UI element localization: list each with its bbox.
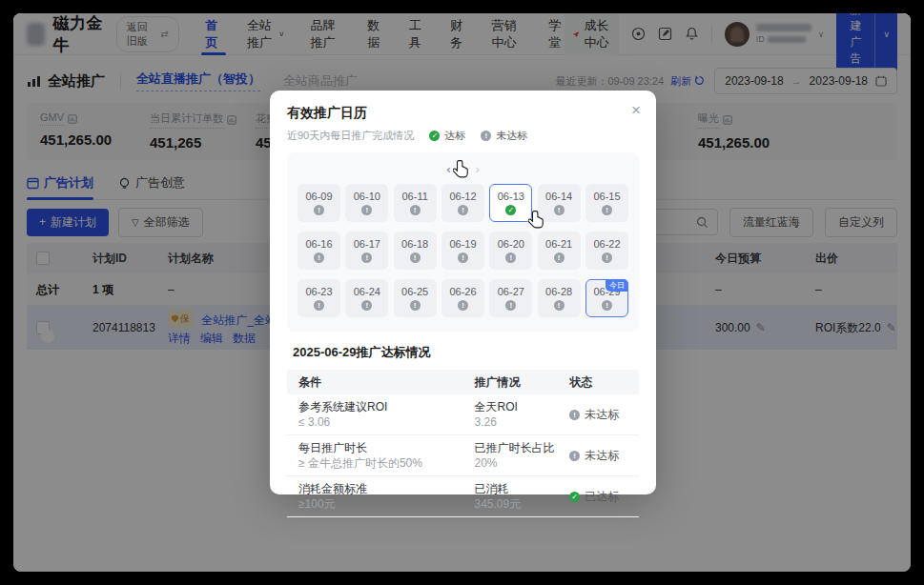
modal-subtitle-row: 近90天内每日推广完成情况 达标 未达标 bbox=[287, 129, 639, 143]
tile-date: 06-27 bbox=[498, 286, 524, 297]
detail-table-header: 条件 推广情况 状态 bbox=[287, 370, 639, 394]
tile-status-dot bbox=[602, 300, 612, 311]
tile-status-dot bbox=[602, 205, 612, 215]
tile-status-dot bbox=[554, 205, 565, 215]
tile-date: 06-22 bbox=[593, 238, 620, 250]
tile-date: 06-28 bbox=[545, 286, 572, 297]
progress-name: 全天ROI bbox=[475, 399, 559, 414]
tile-status-dot bbox=[554, 300, 565, 311]
tile-date: 06-09 bbox=[305, 191, 332, 202]
tile-status-dot bbox=[458, 300, 468, 311]
tile-date: 06-14 bbox=[545, 191, 572, 202]
tile-status-dot bbox=[410, 205, 421, 215]
condition-threshold: ≤ 3.06 bbox=[298, 414, 463, 430]
tile-status-dot bbox=[554, 252, 565, 263]
detail-rows: 参考系统建议ROI ≤ 3.06 全天ROI 3.26 未达标 bbox=[287, 394, 639, 517]
detail-row: 参考系统建议ROI ≤ 3.06 全天ROI 3.26 未达标 bbox=[287, 394, 639, 435]
tile-status-dot bbox=[602, 252, 612, 263]
tile-status-dot bbox=[361, 300, 372, 311]
condition-name: 参考系统建议ROI bbox=[298, 399, 463, 414]
calendar-day-tile[interactable]: 今日 06-22 bbox=[585, 232, 628, 270]
modal-subtitle: 近90天内每日推广完成情况 bbox=[287, 129, 414, 143]
miss-dot-icon bbox=[481, 131, 491, 141]
calendar-day-tile[interactable]: 今日 06-25 bbox=[394, 279, 437, 317]
tile-date: 06-20 bbox=[498, 238, 524, 250]
tile-status-dot bbox=[505, 300, 516, 311]
tile-status-dot bbox=[361, 252, 372, 263]
tile-status-dot bbox=[314, 252, 324, 263]
tile-status-dot bbox=[505, 205, 516, 215]
tile-date: 06-26 bbox=[449, 286, 476, 297]
tile-date: 06-10 bbox=[354, 191, 380, 202]
calendar-day-tile[interactable]: 今日 06-27 bbox=[489, 279, 532, 317]
tile-date: 06-16 bbox=[305, 238, 332, 250]
status-badge: 未达标 bbox=[569, 448, 639, 464]
calendar-day-tile[interactable]: 今日 06-20 bbox=[489, 232, 532, 270]
condition-name: 消耗金额标准 bbox=[298, 481, 463, 496]
status-dot-icon bbox=[569, 410, 580, 420]
tile-status-dot bbox=[458, 205, 468, 215]
calendar-day-tile[interactable]: 今日 06-21 bbox=[538, 232, 581, 270]
tile-date: 06-24 bbox=[354, 286, 380, 297]
calendar-day-tile[interactable]: 今日 06-23 bbox=[298, 279, 340, 317]
detail-row: 消耗金额标准 ≥100元 已消耗 345.09元 已达标 bbox=[287, 476, 639, 517]
tile-status-dot bbox=[361, 205, 372, 215]
status-badge: 已达标 bbox=[569, 489, 639, 505]
col-status: 状态 bbox=[558, 374, 639, 391]
today-badge: 今日 bbox=[606, 279, 628, 292]
calendar-grid: 今日 06-09 今日 06-10 今日 06-11 bbox=[298, 184, 628, 317]
status-dot-icon bbox=[569, 451, 580, 461]
calendar-day-tile[interactable]: 今日 06-28 bbox=[538, 279, 581, 317]
progress-value: 345.09元 bbox=[475, 496, 559, 512]
col-progress: 推广情况 bbox=[463, 374, 559, 391]
calendar-card: ‹ › 今日 06-09 今日 06-10 bbox=[287, 152, 639, 332]
calendar-day-tile[interactable]: 今日 06-19 bbox=[441, 232, 484, 270]
mouse-cursor-hand bbox=[453, 159, 470, 178]
calendar-day-tile[interactable]: 今日 06-15 bbox=[585, 184, 628, 222]
calendar-day-tile[interactable]: 今日 06-16 bbox=[298, 232, 340, 270]
close-icon[interactable]: × bbox=[631, 102, 641, 118]
calendar-day-tile[interactable]: 今日 06-26 bbox=[441, 279, 484, 317]
tile-date: 06-17 bbox=[354, 238, 380, 250]
calendar-day-tile[interactable]: 今日 06-24 bbox=[345, 279, 388, 317]
tile-date: 06-15 bbox=[593, 191, 620, 202]
prev-page-arrow[interactable]: ‹ bbox=[446, 163, 450, 175]
calendar-day-tile[interactable]: 今日 06-29 bbox=[585, 279, 628, 317]
calendar-day-tile[interactable]: 今日 06-18 bbox=[394, 232, 437, 270]
modal-title: 有效推广日历 bbox=[287, 105, 639, 122]
condition-name: 每日推广时长 bbox=[298, 440, 463, 455]
progress-value: 3.26 bbox=[475, 414, 559, 430]
calendar-day-tile[interactable]: 今日 06-17 bbox=[345, 232, 388, 270]
tile-status-dot bbox=[505, 252, 516, 263]
calendar-day-tile[interactable]: 今日 06-12 bbox=[441, 184, 484, 222]
mouse-cursor-hand bbox=[528, 210, 545, 229]
status-dot-icon bbox=[569, 492, 580, 502]
calendar-day-tile[interactable]: 今日 06-10 bbox=[345, 184, 388, 222]
tile-status-dot bbox=[410, 252, 421, 263]
tile-status-dot bbox=[410, 300, 421, 311]
tile-date: 06-12 bbox=[449, 191, 476, 202]
calendar-day-tile[interactable]: 今日 06-09 bbox=[298, 184, 340, 222]
status-badge: 未达标 bbox=[569, 407, 639, 423]
next-page-arrow[interactable]: › bbox=[476, 163, 480, 175]
tile-date: 06-25 bbox=[401, 286, 428, 297]
tile-status-dot bbox=[314, 300, 324, 311]
calendar-day-tile[interactable]: 今日 06-13 bbox=[489, 184, 532, 222]
tile-status-dot bbox=[314, 205, 324, 215]
tile-date: 06-21 bbox=[545, 238, 572, 250]
tile-status-dot bbox=[458, 252, 468, 263]
condition-threshold: ≥ 金牛总推广时长的50% bbox=[298, 455, 463, 471]
legend-miss: 未达标 bbox=[481, 129, 527, 143]
calendar-day-tile[interactable]: 今日 06-11 bbox=[394, 184, 437, 222]
condition-threshold: ≥100元 bbox=[298, 496, 463, 512]
promotion-calendar-modal: 有效推广日历 × 近90天内每日推广完成情况 达标 未达标 ‹ › 今日 06-… bbox=[270, 91, 656, 494]
col-condition: 条件 bbox=[287, 374, 463, 391]
tile-date: 06-11 bbox=[401, 191, 427, 202]
progress-name: 已推广时长占比 bbox=[475, 440, 559, 455]
app-window: 磁力金牛 返回旧版 ⇄ 首页 ∨ 全站推广 ∨ 品牌推广 ∨ bbox=[13, 13, 911, 572]
met-dot-icon bbox=[429, 131, 440, 141]
detail-table: 条件 推广情况 状态 参考系统建议ROI ≤ 3.06 全天ROI 3.26 bbox=[287, 370, 639, 517]
tile-date: 06-19 bbox=[449, 238, 476, 250]
tile-date: 06-18 bbox=[401, 238, 428, 250]
detail-row: 每日推广时长 ≥ 金牛总推广时长的50% 已推广时长占比 20% 未达标 bbox=[287, 435, 639, 476]
